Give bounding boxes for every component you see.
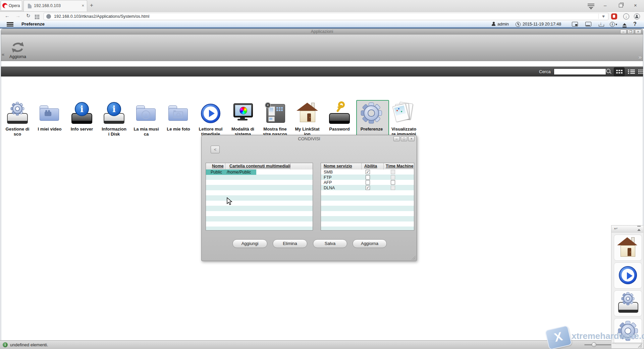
dialog-title[interactable]: CONDIVISI (202, 135, 417, 142)
bookmark-heart-icon[interactable]: ♥ (598, 14, 605, 19)
refresh-label: Aggiorna (6, 54, 30, 59)
window-minimize-button[interactable]: – (604, 3, 606, 8)
app-icon-i-miei-video[interactable]: I miei video (34, 102, 66, 132)
ftp-tm-checkbox[interactable] (391, 175, 395, 180)
app-icon-informazioni-disk[interactable]: Informazion i Disk (98, 102, 130, 137)
smb-tm-checkbox[interactable] (391, 170, 395, 174)
view-list-button[interactable] (626, 67, 636, 76)
screenshot-icon[interactable] (572, 22, 578, 27)
dlna-tm-checkbox[interactable] (391, 186, 395, 190)
clock-icon (516, 22, 521, 27)
user-name[interactable]: admin (497, 22, 509, 27)
nas-download-icon[interactable] (599, 22, 603, 27)
window-restore-button[interactable] (619, 3, 623, 7)
aggiorna-button[interactable]: Aggiorna (353, 239, 387, 248)
browser-tab-bar: Opera 192.168.0.103 × + – × (0, 0, 644, 12)
dialog-close-button[interactable]: × (408, 136, 415, 141)
eject-icon[interactable] (623, 21, 627, 26)
app-icon-my-linkstation[interactable]: My LinkStat ion (291, 102, 323, 137)
dialog-back-button[interactable]: < (211, 146, 220, 153)
elimina-button[interactable]: Elimina (273, 239, 307, 248)
opera-logo-icon (2, 3, 7, 8)
afp-abilita-checkbox[interactable] (366, 180, 370, 185)
help-button[interactable]: ? (633, 21, 637, 27)
service-row-smb[interactable]: SMB (321, 169, 414, 175)
app-icon-la-mia-musica[interactable]: La mia musi ca (130, 102, 162, 137)
appwin-minimize-button[interactable]: – (620, 30, 627, 34)
zoom-slider-track[interactable] (584, 344, 611, 345)
dialog-resize-grip[interactable] (412, 256, 416, 260)
col-time-machine[interactable]: Time Machine (386, 164, 413, 168)
app-icon-info-server[interactable]: Info server (66, 102, 98, 132)
service-row-ftp[interactable]: FTP (321, 175, 414, 180)
dlna-abilita-checkbox[interactable] (366, 186, 370, 190)
url-field[interactable]: 192.168.0.103/rtknas2/Applications/Syste… (44, 13, 608, 20)
reload-icon[interactable]: ↻ (26, 13, 31, 19)
dock-pin-icon[interactable] (637, 227, 641, 231)
monitor-icon (233, 103, 253, 117)
tab-close-icon[interactable]: × (82, 3, 84, 8)
col-nome[interactable]: Nome (212, 164, 224, 168)
dock-item-disk-manager[interactable] (614, 290, 642, 316)
view-grid-button[interactable] (614, 67, 625, 76)
afp-tm-checkbox[interactable] (391, 180, 395, 185)
col-cartella[interactable]: Cartella contenuti multimediali (229, 164, 290, 168)
col-abilita[interactable]: Abilita (364, 164, 377, 168)
condivisi-dialog: CONDIVISI – □ × < Nome Cartella contenut… (201, 135, 417, 261)
dialog-minimize-button[interactable]: – (393, 136, 400, 141)
app-icon-visualizzatore-immagini[interactable]: Visualizzato re immagini (388, 102, 420, 137)
aggiungi-button[interactable]: Aggiungi (232, 239, 267, 248)
app-icon-preferenze[interactable]: Preferenze (356, 102, 388, 132)
speed-dial-icon[interactable] (35, 15, 36, 16)
collapse-left-chevron[interactable]: « (2, 51, 4, 57)
tab-title: 192.168.0.103 (34, 3, 61, 8)
download-icon[interactable]: ↓ (623, 13, 629, 19)
dock-item-my-linkstation[interactable] (614, 235, 642, 261)
smb-abilita-checkbox[interactable] (366, 170, 370, 174)
search-label: Cerca (539, 69, 551, 74)
site-badge-icon[interactable] (46, 14, 51, 19)
info-dropdown-icon[interactable] (610, 22, 615, 27)
adblock-icon[interactable] (611, 13, 617, 19)
dialog-maximize-button[interactable]: □ (401, 136, 407, 141)
dock-item-media-player[interactable] (614, 262, 642, 289)
ftp-abilita-checkbox[interactable] (366, 175, 370, 180)
refresh-button[interactable]: Aggiorna (6, 41, 30, 59)
storage-icon[interactable] (585, 22, 591, 27)
new-tab-button[interactable]: + (90, 2, 93, 9)
app-icon-password[interactable]: Password (323, 102, 356, 132)
nas-menu-icon[interactable] (7, 22, 13, 27)
search-input[interactable] (554, 68, 606, 75)
profile-icon[interactable] (634, 13, 640, 19)
dock-back-icon[interactable]: ↩ (614, 226, 618, 231)
services-table-body[interactable]: SMB FTP AFP DLNA (321, 169, 414, 230)
appwin-close-button[interactable]: × (635, 30, 641, 34)
service-row-dlna[interactable]: DLNA (321, 185, 414, 191)
app-icon-gestione-disco[interactable]: Gestione di sco (1, 102, 34, 137)
app-icon-le-mie-foto[interactable]: Le mie foto (162, 102, 195, 132)
search-icon[interactable] (606, 69, 610, 73)
selected-share-row[interactable]: Public /home/Public (206, 169, 256, 175)
view-detail-button[interactable] (637, 67, 644, 76)
applications-window-title[interactable]: Applicazioni (1, 29, 643, 35)
back-icon[interactable]: ← (5, 13, 10, 18)
col-nome-servizio[interactable]: Nome servizio (324, 164, 352, 168)
play-icon (619, 266, 637, 284)
app-icon-lettore-multimediale[interactable]: Lettore mul timediale (195, 102, 227, 137)
appwin-restore-button[interactable]: ❐ (628, 30, 634, 34)
zoom-slider-knob[interactable] (592, 342, 596, 347)
browser-tab[interactable]: 192.168.0.103 × (23, 0, 87, 11)
salva-button[interactable]: Salva (313, 239, 347, 248)
window-resize-grip[interactable] (638, 344, 642, 348)
shares-table-body[interactable]: Public /home/Public (206, 169, 313, 230)
opera-menu-button[interactable]: Opera (1, 0, 22, 11)
app-icon-modalita-di-sistema[interactable]: Modalità di sistema (227, 102, 259, 137)
collapse-right-chevron[interactable]: » (639, 54, 642, 61)
video-folder-icon (40, 105, 60, 121)
photo-folder-icon (168, 105, 189, 121)
user-icon (492, 22, 495, 26)
forward-icon[interactable]: → (15, 13, 20, 18)
service-row-afp[interactable]: AFP (321, 180, 414, 185)
tab-menu-icon[interactable] (588, 4, 594, 11)
window-close-button[interactable]: × (634, 3, 637, 8)
